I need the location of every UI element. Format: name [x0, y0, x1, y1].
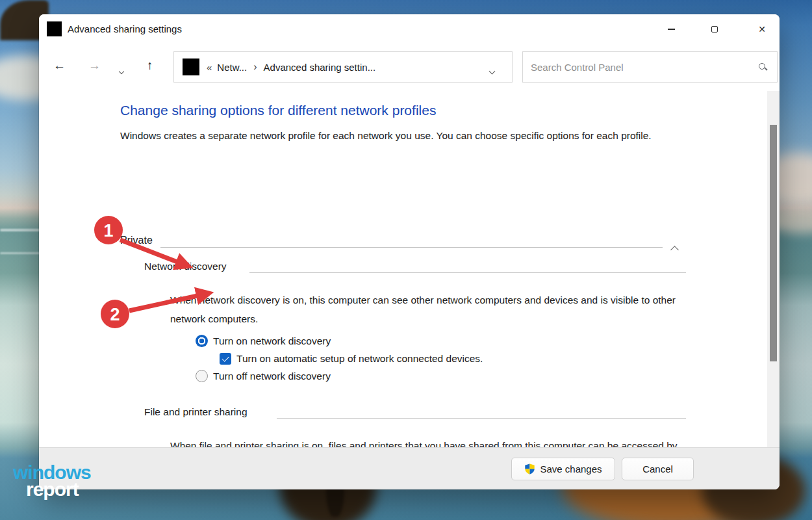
search-input[interactable]	[523, 52, 777, 82]
network-discovery-title: Network discovery	[144, 261, 227, 272]
settings-content: Change sharing options for different net…	[39, 88, 780, 447]
intro-text: Windows creates a separate network profi…	[120, 126, 672, 145]
up-icon: ↑	[147, 58, 153, 72]
forward-button[interactable]: →	[88, 58, 101, 73]
subsection-divider	[277, 418, 686, 419]
wave-foam	[0, 252, 40, 254]
network-discovery-description: When network discovery is on, this compu…	[170, 291, 683, 328]
option-turn-off-network-discovery[interactable]: Turn off network discovery	[196, 370, 331, 382]
breadcrumb-overflow[interactable]: «	[207, 62, 212, 73]
footer-bar: Save changes Cancel	[39, 447, 780, 489]
breadcrumb-parent[interactable]: Netw...	[217, 62, 247, 73]
breadcrumb-current[interactable]: Advanced sharing settin...	[264, 62, 376, 73]
cancel-label: Cancel	[642, 463, 673, 474]
radio-unselected-icon[interactable]	[196, 370, 208, 382]
back-icon: ←	[53, 58, 66, 72]
breadcrumb-bar[interactable]: « Netw... › Advanced sharing settin... ↻	[173, 51, 513, 83]
maximize-button[interactable]	[700, 19, 730, 40]
file-printer-sharing-title: File and printer sharing	[144, 406, 247, 418]
app-icon	[47, 21, 62, 36]
chevron-down-icon	[489, 68, 496, 75]
up-button[interactable]: ↑	[147, 58, 153, 73]
subsection-divider	[249, 272, 686, 273]
windows-report-watermark: windows report	[13, 463, 91, 499]
nav-toolbar: ← → ↑ « Netw... › Advanced sharing setti…	[39, 46, 780, 88]
radio-selected-icon[interactable]	[196, 335, 208, 347]
scrollbar-thumb[interactable]	[770, 125, 777, 361]
option-turn-on-network-discovery[interactable]: Turn on network discovery	[196, 335, 331, 347]
page-title: Change sharing options for different net…	[120, 103, 436, 118]
cancel-button[interactable]: Cancel	[622, 458, 694, 480]
maximize-icon	[711, 26, 718, 33]
chevron-up-icon	[670, 246, 679, 254]
address-dropdown-button[interactable]	[490, 64, 494, 76]
close-icon: ✕	[758, 25, 766, 34]
save-changes-button[interactable]: Save changes	[511, 458, 615, 480]
minimize-icon	[668, 29, 675, 30]
option-automatic-setup[interactable]: Turn on automatic setup of network conne…	[220, 353, 483, 365]
minimize-button[interactable]	[656, 19, 686, 40]
checkbox-checked-icon[interactable]	[220, 353, 231, 365]
option-label: Turn on network discovery	[213, 335, 331, 347]
section-divider	[160, 247, 663, 248]
breadcrumb-separator: ›	[253, 61, 257, 73]
forward-icon: →	[88, 58, 101, 72]
recent-pages-dropdown[interactable]	[120, 64, 123, 76]
collapse-section-button[interactable]	[672, 244, 678, 255]
titlebar[interactable]: Advanced sharing settings ✕	[39, 14, 780, 46]
back-button[interactable]: ←	[53, 58, 66, 73]
option-label: Turn on automatic setup of network conne…	[236, 353, 483, 365]
close-button[interactable]: ✕	[747, 19, 777, 40]
advanced-sharing-settings-window: Advanced sharing settings ✕ ← → ↑ « Netw…	[39, 14, 780, 489]
search-icon[interactable]	[759, 63, 765, 70]
save-changes-label: Save changes	[540, 463, 602, 474]
uac-shield-icon	[524, 463, 535, 474]
profile-section-label: Private	[120, 235, 153, 246]
chevron-down-icon	[119, 69, 124, 74]
window-title: Advanced sharing settings	[68, 23, 182, 34]
search-box	[522, 51, 778, 83]
folder-icon	[183, 58, 199, 75]
wave-foam	[0, 229, 40, 231]
option-label: Turn off network discovery	[213, 370, 331, 382]
scrollbar-track[interactable]	[767, 91, 780, 447]
